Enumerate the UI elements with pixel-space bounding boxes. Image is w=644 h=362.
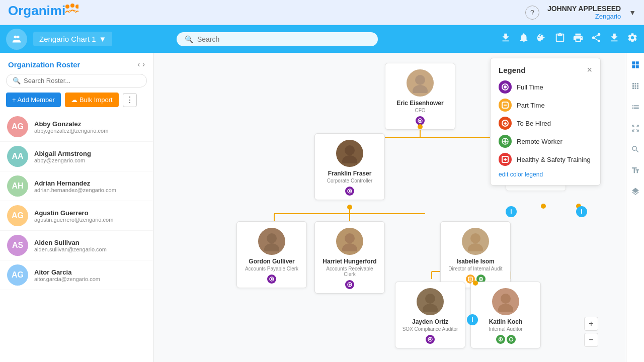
info-circle[interactable]: i <box>576 206 587 217</box>
member-email: aiden.sullivan@zengario.com <box>34 246 146 252</box>
info-circle[interactable]: i <box>506 206 517 217</box>
avatar <box>258 228 285 255</box>
chart-switcher-button[interactable]: Zengario Chart 1 ▼ <box>33 32 112 46</box>
avatar: AA <box>7 146 28 167</box>
member-info: Adrian Hernandez adrian.hernandez@zengar… <box>34 179 146 193</box>
print-button[interactable] <box>573 32 584 46</box>
legend-header: Legend × <box>499 65 592 74</box>
legend-item-parttime: Part Time <box>499 99 592 112</box>
text-view-button[interactable] <box>628 163 642 177</box>
node-name: Katlin Koch <box>489 318 523 325</box>
list-item[interactable]: AA Abigail Armstrong abby@zengario.com <box>0 142 153 171</box>
full-time-badge <box>426 335 435 344</box>
sidebar-header: Organization Roster ‹ › <box>0 53 153 74</box>
remote-worker-badge <box>496 335 505 344</box>
list-view-button[interactable] <box>628 100 642 114</box>
legend-panel: Legend × Full Time Part Time To Be Hire <box>490 58 601 186</box>
svg-point-46 <box>501 294 511 304</box>
member-name: Adrian Hernandez <box>34 179 146 187</box>
sidebar-search-input[interactable] <box>24 77 140 84</box>
search-input[interactable] <box>197 35 298 43</box>
svg-point-45 <box>429 338 431 340</box>
member-name: Agustin Guerrero <box>34 209 146 217</box>
svg-point-35 <box>342 243 357 251</box>
member-info: Aiden Sullivan aiden.sullivan@zengario.c… <box>34 239 146 252</box>
zoom-out-button[interactable]: − <box>584 333 598 347</box>
node-card-jayden[interactable]: Jayden Ortiz SOX Compliance Auditor <box>395 282 465 348</box>
share-button[interactable] <box>591 32 602 46</box>
chart-view-button[interactable] <box>628 58 642 72</box>
user-area: JOHNNY APPLESEED Zengario <box>547 5 621 20</box>
logo-area: Organimi <box>8 2 78 23</box>
upload-button[interactable] <box>500 32 511 46</box>
member-info: Abby Gonzalez abby.gonzalez@zengario.com <box>34 120 146 134</box>
svg-point-37 <box>349 284 351 286</box>
node-card-gordon[interactable]: Gordon Gulliver Accounts Payable Clerk <box>236 221 307 288</box>
svg-point-23 <box>419 120 421 122</box>
node-name: Jayden Ortiz <box>412 318 448 325</box>
sidebar-search-icon: 🔍 <box>13 77 21 84</box>
user-dropdown-button[interactable]: ▼ <box>629 9 636 17</box>
part-time-label: Part Time <box>517 102 545 109</box>
clipboard-button[interactable] <box>554 32 566 46</box>
node-name: Franklin Fraser <box>328 170 372 177</box>
node-badges <box>267 275 276 284</box>
safety-label: Healthy & Safety Training <box>517 156 591 163</box>
node-badges <box>345 187 354 196</box>
avatar: AS <box>7 235 28 256</box>
home-button[interactable] <box>6 29 27 50</box>
zoom-fit-button[interactable] <box>628 121 642 135</box>
legend-close-button[interactable]: × <box>587 65 592 74</box>
settings-button[interactable] <box>627 32 638 46</box>
zoom-controls: + − <box>584 317 598 347</box>
node-card-eric[interactable]: Eric Eisenhower CFO <box>385 63 455 130</box>
svg-point-1 <box>65 5 69 9</box>
svg-point-24 <box>345 145 355 155</box>
list-item[interactable]: AH Adrian Hernandez adrian.hernandez@zen… <box>0 171 153 201</box>
chart-name-label: Zengario Chart 1 <box>39 35 96 43</box>
download-button[interactable] <box>609 32 620 46</box>
help-button[interactable]: ? <box>525 6 539 20</box>
search-chart-button[interactable] <box>628 142 642 156</box>
bulk-import-label: Bulk Import <box>79 96 113 104</box>
grid-view-button[interactable] <box>628 79 642 93</box>
node-card-franklin[interactable]: Franklin Fraser Corporate Controller <box>314 133 385 200</box>
remote-worker-badge-2 <box>507 335 516 344</box>
list-item[interactable]: AG Aitor Garcia aitor.garcia@zengario.co… <box>0 260 153 290</box>
edit-color-legend-link[interactable]: edit color legend <box>499 171 592 178</box>
full-time-badge <box>345 280 354 289</box>
svg-point-31 <box>264 243 279 251</box>
chevron-down-icon: ▼ <box>99 35 107 43</box>
zoom-in-button[interactable]: + <box>584 317 598 331</box>
bulk-import-button[interactable]: ☁ Bulk Import <box>65 93 119 107</box>
list-item[interactable]: AG Abby Gonzalez abby.gonzalez@zengario.… <box>0 112 153 142</box>
node-card-harriet[interactable]: Harriet Hungerford Accounts Receivable C… <box>314 221 385 294</box>
sidebar-actions: + Add Member ☁ Bulk Import ⋮ <box>0 93 153 112</box>
svg-point-27 <box>349 190 351 192</box>
svg-point-21 <box>413 85 428 93</box>
user-org: Zengario <box>595 13 621 20</box>
member-info: Abigail Armstrong abby@zengario.com <box>34 150 146 163</box>
zoom-in-icon: + <box>589 319 593 328</box>
layers-button[interactable] <box>628 185 642 199</box>
svg-point-38 <box>470 233 480 243</box>
list-item[interactable]: AS Aiden Sullivan aiden.sullivan@zengari… <box>0 231 153 260</box>
sidebar-prev-button[interactable]: ‹ <box>137 60 140 69</box>
chart-area[interactable]: Eric Eisenhower CFO Franklin Fraser Corp… <box>153 53 626 362</box>
legend-item-safety: Healthy & Safety Training <box>499 153 592 166</box>
node-card-isabelle[interactable]: Isabelle Isom Director of Internal Audit <box>440 221 511 288</box>
more-options-button[interactable]: ⋮ <box>123 93 137 107</box>
alert-button[interactable] <box>518 32 529 46</box>
member-name: Abigail Armstrong <box>34 150 146 157</box>
add-member-button[interactable]: + Add Member <box>6 93 61 107</box>
member-email: abby@zengario.com <box>34 157 146 163</box>
sidebar-next-button[interactable]: › <box>142 60 145 69</box>
list-item[interactable]: AG Agustin Guerrero agustin.guerrero@zen… <box>0 201 153 231</box>
node-card-katlin[interactable]: Katlin Koch Internal Auditor <box>470 282 541 348</box>
member-list: AG Abby Gonzalez abby.gonzalez@zengario.… <box>0 112 153 362</box>
avatar <box>492 288 519 315</box>
palette-button[interactable] <box>536 32 547 46</box>
orange-dot <box>541 204 546 209</box>
member-email: adrian.hernandez@zengario.com <box>34 187 146 193</box>
info-circle[interactable]: i <box>467 314 478 325</box>
